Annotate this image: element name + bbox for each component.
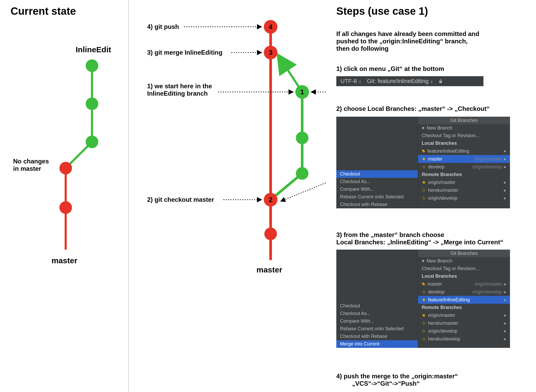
local-branch-item[interactable]: ☆developorigin/develop▸: [418, 163, 510, 171]
svg-text:1: 1: [300, 88, 304, 96]
star-icon: ★: [422, 156, 426, 162]
encoding-indicator[interactable]: UTF-8 ⇳: [341, 78, 362, 85]
chevron-right-icon: ▸: [504, 320, 506, 326]
chevron-right-icon: ▸: [504, 312, 506, 318]
star-icon: ★: [422, 297, 426, 303]
star-icon: ☆: [422, 320, 426, 326]
remote-branches-header: Remote Branches: [418, 304, 510, 311]
ide-status-bar[interactable]: UTF-8 ⇳ Git: feature/InlineEditing ⇳: [336, 76, 483, 86]
step1-l1: 1) we start here in the: [147, 82, 212, 90]
master-label-left: master: [51, 256, 77, 265]
checkout-tag-item[interactable]: Checkout Tag or Revision...: [418, 132, 510, 140]
tag-icon: [422, 149, 425, 153]
step3-l1: 3) from the „master“ branch choose: [336, 231, 444, 239]
column-divider: [128, 0, 129, 392]
svg-point-9: [86, 59, 98, 72]
git-branches-popup-1: CheckoutCheckout As...Compare With...Reb…: [336, 117, 510, 208]
chevron-right-icon: ▸: [504, 336, 506, 342]
remote-branch-item[interactable]: ☆heroku/master▸: [418, 186, 510, 194]
step4-label: 4) git push: [147, 23, 179, 30]
svg-point-8: [86, 97, 98, 110]
intro-l1: If all changes have already been committ…: [336, 30, 479, 38]
branch-action-item[interactable]: Checkout with Rebase: [336, 333, 418, 340]
svg-text:4: 4: [269, 23, 273, 31]
remote-branch-item[interactable]: ☆heroku/master▸: [418, 319, 510, 327]
branch-action-item[interactable]: Rebase Current onto Selected: [336, 325, 418, 333]
current-state-graph: [11, 39, 116, 257]
lock-icon: [439, 79, 443, 83]
plus-icon: +: [422, 125, 425, 131]
star-icon: ☆: [422, 187, 426, 193]
step2-label: 2) git checkout master: [147, 196, 214, 203]
remote-branch-item[interactable]: ☆origin/develop▸: [418, 327, 510, 335]
remote-branch-item[interactable]: ★origin/master▸: [418, 178, 510, 186]
new-branch-item[interactable]: +New Branch: [418, 257, 510, 265]
no-changes-l1: No changes: [13, 158, 49, 165]
star-icon: ☆: [422, 164, 426, 170]
local-branch-item[interactable]: ☆developorigin/develop▸: [418, 288, 510, 296]
svg-text:2: 2: [269, 196, 272, 204]
popup-header: Git Branches: [418, 117, 510, 124]
updown-icon: ⇳: [358, 80, 362, 84]
chevron-right-icon: ▸: [504, 289, 506, 295]
remote-branch-item[interactable]: ★origin/master▸: [418, 311, 510, 319]
branch-action-item[interactable]: Rebase Current onto Selected: [336, 193, 418, 201]
star-icon: ★: [422, 179, 426, 185]
chevron-right-icon: ▸: [504, 187, 506, 193]
step4-l2: „VCS“->“Git“->“Push“: [352, 380, 420, 387]
intro-l3: then do following: [336, 45, 389, 52]
chevron-right-icon: ▸: [504, 281, 506, 287]
local-branch-item[interactable]: masterorigin/master▸: [418, 280, 510, 288]
svg-point-5: [59, 201, 72, 214]
star-icon: ☆: [422, 289, 426, 295]
inline-edit-label: InlineEdit: [76, 45, 111, 54]
steps-title: Steps (use case 1): [336, 5, 428, 17]
no-changes-l2: in master: [13, 165, 41, 172]
star-icon: ☆: [422, 336, 426, 342]
chevron-right-icon: ▸: [504, 179, 506, 185]
branch-action-item[interactable]: Merge into Current: [336, 340, 418, 348]
intro-l2: pushed to the „origin:InlineEditing“ bra…: [336, 38, 468, 45]
branch-action-item[interactable]: Compare With...: [336, 185, 418, 193]
chevron-right-icon: ▸: [504, 195, 506, 201]
plus-icon: +: [422, 258, 425, 264]
star-icon: ☆: [422, 195, 426, 201]
branch-action-item[interactable]: Checkout: [336, 302, 418, 310]
remote-branch-item[interactable]: ☆origin/develop▸: [418, 194, 510, 202]
branch-action-item[interactable]: Compare With...: [336, 317, 418, 325]
remote-branch-item[interactable]: ☆heroku/develop▸: [418, 335, 510, 343]
local-branch-item[interactable]: feature/InlineEditing▸: [418, 147, 510, 155]
star-icon: ☆: [422, 328, 426, 334]
star-icon: ★: [422, 312, 426, 318]
chevron-right-icon: ▸: [504, 156, 506, 162]
step1-l2: InlineEditing branch: [147, 90, 208, 97]
local-branches-header: Local Branches: [418, 140, 510, 147]
checkout-tag-item[interactable]: Checkout Tag or Revision...: [418, 265, 510, 272]
branch-action-item[interactable]: Checkout As...: [336, 178, 418, 185]
svg-point-7: [86, 136, 98, 148]
master-label-mid: master: [256, 265, 282, 274]
branch-action-item[interactable]: Checkout with Rebase: [336, 201, 418, 208]
remote-branches-header: Remote Branches: [418, 171, 510, 178]
step2-text: 2) choose Local Branches: „master“ -> „C…: [336, 105, 490, 112]
updown-icon: ⇳: [430, 80, 433, 84]
new-branch-item[interactable]: +New Branch: [418, 124, 510, 132]
git-branch-indicator[interactable]: Git: feature/InlineEditing ⇳: [367, 78, 433, 85]
branch-action-item[interactable]: Checkout As...: [336, 310, 418, 317]
popup-header: Git Branches: [418, 250, 510, 257]
step3-l2: Local Branches: „InlineEditing“ -> „Merg…: [336, 239, 503, 246]
svg-point-22: [296, 167, 308, 180]
local-branch-item[interactable]: ★masterorigin/master▸: [418, 155, 510, 163]
svg-point-23: [296, 132, 308, 144]
chevron-right-icon: ▸: [504, 328, 506, 334]
local-branches-header: Local Branches: [418, 272, 510, 280]
tag-icon: [422, 282, 425, 286]
local-branch-item[interactable]: ★feature/InlineEditing▸: [418, 296, 510, 304]
branch-action-item[interactable]: Checkout: [336, 170, 418, 178]
svg-text:3: 3: [269, 49, 272, 56]
step4-l1: 4) push the merge to the „origin:master“: [336, 373, 458, 380]
git-branches-popup-2: CheckoutCheckout As...Compare With...Reb…: [336, 250, 510, 348]
current-state-title: Current state: [11, 5, 76, 17]
svg-point-6: [59, 162, 72, 174]
chevron-right-icon: ▸: [504, 164, 506, 170]
